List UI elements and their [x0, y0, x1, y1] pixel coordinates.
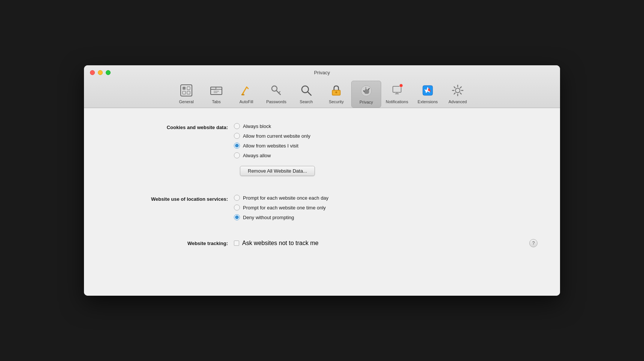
general-icon	[179, 83, 194, 98]
toolbar-item-privacy[interactable]: Privacy	[351, 81, 381, 108]
location-deny-option[interactable]: Deny without prompting	[234, 214, 328, 220]
svg-line-16	[279, 92, 280, 93]
location-section: Website use of location services: Prompt…	[106, 195, 538, 220]
toolbar-item-search[interactable]: Search	[291, 81, 321, 108]
location-label: Website use of location services:	[106, 195, 234, 203]
svg-line-38	[460, 93, 461, 94]
location-deny-radio[interactable]	[234, 214, 240, 220]
autofill-icon	[239, 83, 254, 98]
minimize-button[interactable]	[98, 70, 103, 75]
general-label: General	[179, 99, 193, 104]
advanced-icon	[450, 83, 465, 98]
tracking-checkbox-label: Ask websites not to track me	[242, 240, 319, 247]
location-row: Website use of location services: Prompt…	[106, 195, 538, 220]
svg-line-18	[308, 92, 311, 95]
extensions-icon	[420, 83, 435, 98]
close-button[interactable]	[90, 70, 95, 75]
toolbar-item-security[interactable]: Security	[321, 81, 351, 108]
svg-point-21	[335, 92, 337, 93]
svg-rect-1	[183, 87, 186, 90]
cookies-current-only-option[interactable]: Allow from current website only	[234, 133, 310, 139]
window-title: Privacy	[90, 70, 554, 75]
privacy-icon	[359, 83, 374, 98]
notifications-icon	[389, 83, 404, 98]
tracking-option: Ask websites not to track me	[234, 240, 529, 247]
svg-rect-13	[241, 94, 244, 95]
svg-line-40	[454, 93, 455, 94]
notifications-label: Notifications	[386, 99, 408, 104]
window-controls	[90, 70, 111, 75]
tracking-checkbox[interactable]	[234, 241, 239, 246]
tracking-section: Website tracking: Ask websites not to tr…	[106, 239, 538, 247]
location-one-time-option[interactable]: Prompt for each website one time only	[234, 205, 328, 211]
cookies-label: Cookies and website data:	[106, 123, 234, 132]
cookies-websites-visit-option[interactable]: Allow from websites I visit	[234, 143, 310, 149]
location-one-time-label: Prompt for each website one time only	[243, 205, 326, 211]
security-icon	[329, 83, 344, 98]
toolbar-item-tabs[interactable]: Tabs	[201, 81, 231, 108]
cookies-section: Cookies and website data: Always block A…	[106, 123, 538, 176]
cookies-websites-visit-label: Allow from websites I visit	[243, 143, 298, 149]
cookies-always-block-label: Always block	[243, 123, 271, 129]
location-one-time-radio[interactable]	[234, 205, 240, 211]
tracking-label: Website tracking:	[106, 241, 234, 246]
cookies-always-block-radio[interactable]	[234, 123, 240, 129]
autofill-label: AutoFill	[240, 99, 253, 104]
cookies-always-allow-label: Always allow	[243, 153, 271, 158]
cookies-always-allow-option[interactable]: Always allow	[234, 152, 310, 158]
toolbar-item-passwords[interactable]: Passwords	[261, 81, 291, 108]
location-once-day-option[interactable]: Prompt for each website once each day	[234, 195, 328, 201]
svg-rect-4	[187, 91, 190, 94]
main-window: Privacy General	[84, 65, 560, 296]
toolbar-item-extensions[interactable]: Extensions	[413, 81, 443, 108]
svg-line-39	[460, 87, 461, 88]
passwords-label: Passwords	[266, 99, 286, 104]
security-label: Security	[329, 99, 344, 104]
notification-badge	[399, 84, 403, 87]
help-button[interactable]: ?	[529, 239, 538, 247]
remove-data-row: Remove All Website Data...	[106, 166, 538, 176]
cookies-websites-visit-radio[interactable]	[234, 143, 240, 149]
search-icon	[299, 83, 314, 98]
location-once-day-radio[interactable]	[234, 195, 240, 201]
svg-rect-5	[211, 87, 222, 95]
cookies-current-only-radio[interactable]	[234, 133, 240, 139]
cookies-row: Cookies and website data: Always block A…	[106, 123, 538, 158]
toolbar-item-autofill[interactable]: AutoFill	[231, 81, 261, 108]
svg-line-37	[454, 87, 455, 88]
toolbar-item-general[interactable]: General	[171, 81, 201, 108]
svg-line-11	[247, 87, 248, 89]
maximize-button[interactable]	[106, 70, 111, 75]
location-once-day-label: Prompt for each website once each day	[243, 195, 328, 201]
svg-rect-2	[187, 87, 190, 90]
svg-line-15	[276, 90, 280, 95]
extensions-label: Extensions	[418, 99, 438, 104]
cookies-current-only-label: Allow from current website only	[243, 133, 310, 139]
tabs-label: Tabs	[212, 99, 220, 104]
svg-point-32	[455, 88, 460, 93]
svg-rect-3	[183, 91, 186, 94]
cookies-always-block-option[interactable]: Always block	[234, 123, 310, 129]
svg-rect-0	[181, 85, 192, 96]
passwords-icon	[269, 83, 284, 98]
titlebar: Privacy General	[84, 65, 560, 108]
location-options: Prompt for each website once each day Pr…	[234, 195, 328, 220]
remove-all-website-data-button[interactable]: Remove All Website Data...	[240, 166, 315, 176]
cookies-options: Always block Allow from current website …	[234, 123, 310, 158]
toolbar-item-advanced[interactable]: Advanced	[443, 81, 473, 108]
privacy-label: Privacy	[359, 100, 373, 104]
content-area: Cookies and website data: Always block A…	[84, 108, 560, 296]
titlebar-top: Privacy	[84, 65, 560, 78]
toolbar: General Tabs	[171, 78, 473, 108]
cookies-always-allow-radio[interactable]	[234, 152, 240, 158]
advanced-label: Advanced	[448, 99, 467, 104]
location-deny-label: Deny without prompting	[243, 215, 294, 220]
tabs-icon	[209, 83, 224, 98]
toolbar-item-notifications[interactable]: Notifications	[381, 81, 413, 108]
search-label: Search	[300, 99, 313, 104]
